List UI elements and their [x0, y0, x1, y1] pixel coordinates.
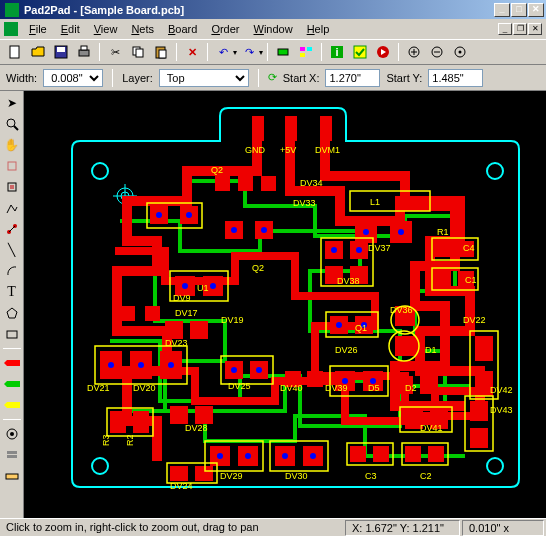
order-icon[interactable]	[372, 41, 394, 63]
svg-rect-36	[7, 455, 17, 458]
paste-icon[interactable]	[150, 41, 172, 63]
info-icon[interactable]: i	[326, 41, 348, 63]
text-tool[interactable]: T	[2, 282, 22, 302]
layer-select[interactable]: Top	[159, 69, 249, 87]
svg-rect-12	[300, 53, 305, 57]
layer-yellow[interactable]	[2, 395, 22, 415]
redo-icon[interactable]: ↷	[238, 41, 260, 63]
menu-window[interactable]: Window	[247, 21, 300, 37]
layer-label: Layer:	[122, 72, 153, 84]
menu-nets[interactable]: Nets	[124, 21, 161, 37]
layer-green[interactable]	[2, 374, 22, 394]
svg-text:DV33: DV33	[293, 198, 316, 208]
zoom-out-icon[interactable]	[426, 41, 448, 63]
svg-point-116	[210, 283, 216, 289]
menu-help[interactable]: Help	[300, 21, 337, 37]
pcb-canvas[interactable]: GND+5VDVM1 DV34DV33L1 Q2 DV37R1C4 U1DV9 …	[24, 91, 546, 518]
starty-input[interactable]	[428, 69, 483, 87]
svg-text:Q1: Q1	[355, 323, 367, 333]
mdi-icon[interactable]	[4, 22, 18, 36]
svg-text:DV37: DV37	[368, 243, 391, 253]
svg-text:DV26: DV26	[335, 345, 358, 355]
svg-rect-28	[10, 185, 14, 189]
svg-rect-11	[307, 47, 312, 51]
status-coords: X: 1.672" Y: 1.211"	[345, 520, 460, 536]
svg-point-128	[282, 453, 288, 459]
svg-line-31	[9, 226, 15, 232]
svg-rect-3	[79, 50, 89, 56]
zoom-fit-icon[interactable]	[449, 41, 471, 63]
window-title: Pad2Pad - [Sample Board.pcb]	[22, 4, 494, 16]
polygon-tool[interactable]	[2, 303, 22, 323]
svg-rect-47	[285, 116, 297, 141]
menu-edit[interactable]: Edit	[54, 21, 87, 37]
route-tool[interactable]	[2, 219, 22, 239]
svg-line-25	[14, 126, 18, 130]
copy-icon[interactable]	[127, 41, 149, 63]
close-button[interactable]: ✕	[528, 3, 544, 17]
pad-tool[interactable]	[2, 156, 22, 176]
via-tool[interactable]	[2, 177, 22, 197]
stack-tool[interactable]	[2, 445, 22, 465]
svg-text:DV36: DV36	[390, 305, 413, 315]
measure-tool[interactable]	[2, 466, 22, 486]
svg-rect-46	[252, 116, 264, 141]
svg-text:C1: C1	[465, 275, 477, 285]
delete-icon[interactable]: ✕	[181, 41, 203, 63]
new-icon[interactable]	[4, 41, 26, 63]
svg-rect-37	[6, 474, 18, 479]
open-icon[interactable]	[27, 41, 49, 63]
svg-text:DV30: DV30	[285, 471, 308, 481]
svg-text:DV34: DV34	[300, 178, 323, 188]
pointer-tool[interactable]: ➤	[2, 93, 22, 113]
undo-icon[interactable]: ↶	[212, 41, 234, 63]
component-icon[interactable]	[272, 41, 294, 63]
mdi-close[interactable]: ✕	[528, 23, 542, 35]
menu-file[interactable]: File	[22, 21, 54, 37]
menu-order[interactable]: Order	[204, 21, 246, 37]
status-bar: Click to zoom in, right-click to zoom ou…	[0, 518, 546, 536]
check-icon[interactable]	[349, 41, 371, 63]
svg-text:D2: D2	[405, 383, 417, 393]
menu-view[interactable]: View	[87, 21, 125, 37]
width-label: Width:	[6, 72, 37, 84]
drill-tool[interactable]	[2, 424, 22, 444]
arc-tool[interactable]	[2, 261, 22, 281]
startx-input[interactable]	[325, 69, 380, 87]
svg-rect-103	[405, 446, 421, 462]
svg-rect-84	[307, 371, 323, 387]
svg-rect-55	[261, 176, 276, 191]
rect-tool[interactable]	[2, 324, 22, 344]
svg-rect-35	[7, 451, 17, 454]
minimize-button[interactable]: _	[494, 3, 510, 17]
svg-point-39	[487, 163, 503, 179]
layer-red[interactable]	[2, 353, 22, 373]
svg-text:D5: D5	[368, 383, 380, 393]
zoom-in-icon[interactable]	[403, 41, 425, 63]
svg-text:DV40: DV40	[280, 383, 303, 393]
svg-point-40	[92, 458, 108, 474]
svg-rect-10	[300, 47, 305, 51]
mdi-restore[interactable]: ❐	[513, 23, 527, 35]
zoom-tool[interactable]	[2, 114, 22, 134]
mdi-minimize[interactable]: _	[498, 23, 512, 35]
svg-rect-96	[470, 428, 488, 448]
save-icon[interactable]	[50, 41, 72, 63]
svg-rect-70	[165, 321, 183, 339]
menu-board[interactable]: Board	[161, 21, 204, 37]
print-icon[interactable]	[73, 41, 95, 63]
svg-text:DV23: DV23	[165, 338, 188, 348]
svg-rect-32	[7, 331, 17, 338]
trace-tool[interactable]	[2, 198, 22, 218]
layout-icon[interactable]	[295, 41, 317, 63]
svg-text:DV29: DV29	[220, 471, 243, 481]
cut-icon[interactable]: ✂	[104, 41, 126, 63]
svg-rect-53	[215, 176, 230, 191]
maximize-button[interactable]: □	[511, 3, 527, 17]
svg-text:DV39: DV39	[325, 383, 348, 393]
main-toolbar: ✂ ✕ ↶▾ ↷▾ i	[0, 39, 546, 65]
line-tool[interactable]: ╲	[2, 240, 22, 260]
refresh-icon[interactable]: ⟳	[268, 71, 277, 84]
pan-tool[interactable]: ✋	[2, 135, 22, 155]
width-select[interactable]: 0.008"	[43, 69, 103, 87]
